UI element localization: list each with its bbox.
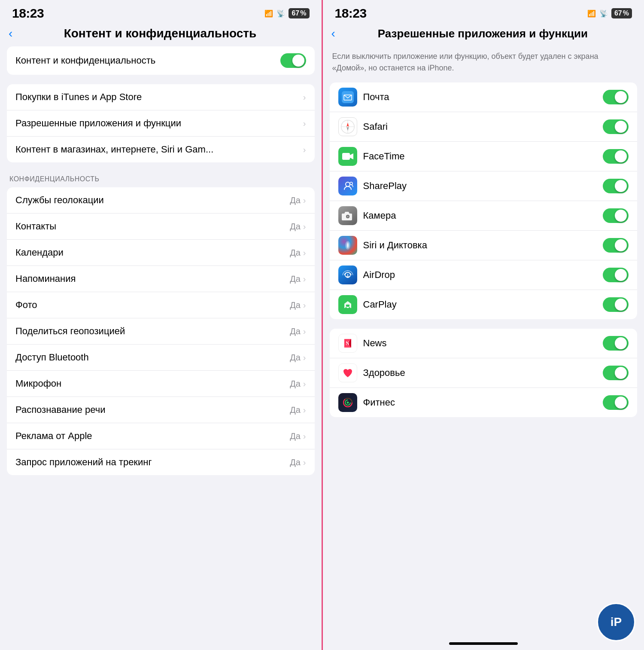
main-toggle-switch[interactable] bbox=[280, 53, 306, 68]
svg-rect-8 bbox=[342, 153, 350, 160]
carplay-toggle[interactable] bbox=[603, 297, 629, 312]
siri-icon bbox=[338, 236, 357, 255]
chevron-icon: › bbox=[303, 431, 306, 441]
privacy-section-header: КОНФИДЕНЦИАЛЬНОСТЬ bbox=[7, 172, 315, 187]
health-label: Здоровье bbox=[363, 367, 405, 378]
chevron-icon: › bbox=[303, 300, 306, 310]
description-text: Если выключить приложение или функцию, о… bbox=[330, 46, 638, 82]
privacy-contacts-label: Контакты bbox=[15, 221, 56, 232]
news-toggle[interactable] bbox=[603, 336, 629, 351]
siri-label: Siri и Диктовка bbox=[363, 240, 427, 251]
airdrop-toggle[interactable] bbox=[603, 268, 629, 282]
right-nav-bar: ‹ Разрешенные приложения и функции bbox=[323, 24, 644, 46]
chevron-icon: › bbox=[303, 92, 306, 102]
facetime-toggle[interactable] bbox=[603, 149, 629, 164]
privacy-share-location[interactable]: Поделиться геопозицией Да › bbox=[7, 318, 315, 345]
left-status-icons: 📶 📡 67 % bbox=[264, 8, 309, 18]
privacy-calendars[interactable]: Календари Да › bbox=[7, 240, 315, 266]
app-health[interactable]: Здоровье bbox=[330, 358, 638, 388]
privacy-microphone[interactable]: Микрофон Да › bbox=[7, 371, 315, 397]
watermark-logo: iP bbox=[597, 603, 635, 641]
home-bar bbox=[449, 642, 518, 645]
wifi-icon: 📡 bbox=[276, 9, 285, 18]
svg-marker-9 bbox=[350, 153, 353, 159]
left-panel: 18:23 📶 📡 67 % ‹ Контент и конфиденциаль… bbox=[0, 0, 322, 650]
chevron-icon: › bbox=[303, 379, 306, 389]
carplay-icon bbox=[338, 295, 357, 314]
battery-indicator: 67 % bbox=[611, 8, 632, 18]
app-carplay[interactable]: CarPlay bbox=[330, 290, 638, 319]
right-nav-title: Разрешенные приложения и функции bbox=[339, 27, 627, 40]
privacy-photos-label: Фото bbox=[15, 299, 37, 311]
privacy-tracking[interactable]: Запрос приложений на трекинг Да › bbox=[7, 449, 315, 475]
app-airdrop[interactable]: AirDrop bbox=[330, 260, 638, 290]
privacy-calendars-label: Календари bbox=[15, 247, 64, 258]
facetime-icon bbox=[338, 147, 357, 166]
privacy-bluetooth[interactable]: Доступ Bluetooth Да › bbox=[7, 345, 315, 371]
chevron-icon: › bbox=[303, 405, 306, 415]
privacy-speech[interactable]: Распознавание речи Да › bbox=[7, 397, 315, 423]
back-button[interactable]: ‹ bbox=[9, 27, 12, 40]
news-icon: N bbox=[338, 334, 357, 353]
app-siri[interactable]: Siri и Диктовка bbox=[330, 231, 638, 260]
menu-item-allowed[interactable]: Разрешенные приложения и функции › bbox=[7, 110, 315, 137]
privacy-reminders-label: Напоминания bbox=[15, 273, 76, 284]
app-camera[interactable]: Камера bbox=[330, 201, 638, 231]
menu-item-content[interactable]: Контент в магазинах, интернете, Siri и G… bbox=[7, 137, 315, 162]
app-shareplay[interactable]: SharePlay bbox=[330, 171, 638, 201]
chevron-icon: › bbox=[303, 222, 306, 232]
mail-icon bbox=[338, 88, 357, 107]
chevron-icon: › bbox=[303, 119, 306, 128]
svg-point-10 bbox=[346, 182, 350, 186]
privacy-reminders[interactable]: Напоминания Да › bbox=[7, 266, 315, 292]
app-news[interactable]: N News bbox=[330, 329, 638, 358]
privacy-geolocation-label: Службы геолокации bbox=[15, 195, 104, 206]
svg-point-19 bbox=[345, 307, 347, 309]
menu-item-content-label: Контент в магазинах, интернете, Siri и G… bbox=[15, 144, 213, 155]
menu-card: Покупки в iTunes и App Store › Разрешенн… bbox=[7, 84, 315, 162]
fitness-label: Фитнес bbox=[363, 397, 395, 408]
app-mail[interactable]: Почта bbox=[330, 82, 638, 112]
privacy-contacts[interactable]: Контакты Да › bbox=[7, 214, 315, 240]
app-safari[interactable]: Safari bbox=[330, 112, 638, 142]
mail-toggle[interactable] bbox=[603, 90, 629, 104]
facetime-label: FaceTime bbox=[363, 151, 405, 162]
signal-icon: 📶 bbox=[264, 9, 273, 18]
menu-item-itunes-label: Покупки в iTunes и App Store bbox=[15, 92, 142, 103]
shareplay-label: SharePlay bbox=[363, 180, 407, 192]
svg-point-13 bbox=[346, 216, 349, 218]
privacy-bluetooth-label: Доступ Bluetooth bbox=[15, 352, 89, 363]
safari-icon bbox=[338, 117, 357, 136]
chevron-icon: › bbox=[303, 458, 306, 467]
right-back-button[interactable]: ‹ bbox=[331, 27, 335, 40]
svg-point-11 bbox=[350, 182, 352, 185]
app-facetime[interactable]: FaceTime bbox=[330, 142, 638, 171]
chevron-icon: › bbox=[303, 248, 306, 258]
privacy-ads[interactable]: Реклама от Apple Да › bbox=[7, 423, 315, 449]
shareplay-toggle[interactable] bbox=[603, 179, 629, 193]
shareplay-icon bbox=[338, 177, 357, 195]
siri-toggle[interactable] bbox=[603, 238, 629, 253]
right-panel: 18:23 📶 📡 67 % ‹ Разрешенные приложения … bbox=[322, 0, 644, 650]
mail-label: Почта bbox=[363, 92, 389, 103]
right-status-time: 18:23 bbox=[335, 6, 367, 21]
right-content: Если выключить приложение или функцию, о… bbox=[323, 46, 644, 639]
left-nav-title: Контент и конфиденциальность bbox=[16, 27, 304, 40]
main-toggle-card: Контент и конфиденциальность bbox=[7, 46, 315, 75]
news-label: News bbox=[363, 338, 387, 349]
fitness-toggle[interactable] bbox=[603, 395, 629, 410]
chevron-icon: › bbox=[303, 145, 306, 155]
app-fitness[interactable]: Фитнес bbox=[330, 388, 638, 417]
health-toggle[interactable] bbox=[603, 366, 629, 380]
camera-toggle[interactable] bbox=[603, 208, 629, 223]
privacy-photos[interactable]: Фото Да › bbox=[7, 292, 315, 318]
svg-rect-0 bbox=[342, 91, 354, 103]
safari-toggle[interactable] bbox=[603, 119, 629, 134]
safari-label: Safari bbox=[363, 121, 388, 132]
privacy-speech-label: Распознавание речи bbox=[15, 404, 106, 415]
menu-item-itunes[interactable]: Покупки в iTunes и App Store › bbox=[7, 84, 315, 110]
airdrop-icon bbox=[338, 265, 357, 284]
privacy-microphone-label: Микрофон bbox=[15, 378, 61, 389]
carplay-label: CarPlay bbox=[363, 299, 397, 310]
privacy-geolocation[interactable]: Службы геолокации Да › bbox=[7, 187, 315, 214]
